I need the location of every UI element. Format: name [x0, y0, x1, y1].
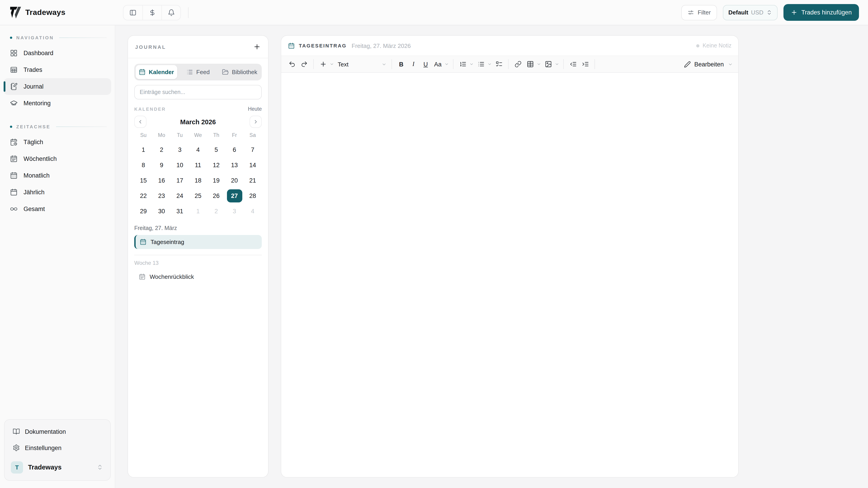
journal-panel: JOURNAL Kalender	[127, 35, 269, 478]
currency-profile-select[interactable]: Default USD	[723, 5, 777, 20]
sidebar-item-label: Journal	[24, 83, 43, 90]
calendar-day[interactable]: 1	[134, 143, 153, 156]
sidebar-item-gesamt[interactable]: Gesamt	[4, 201, 111, 217]
tab-kalender[interactable]: Kalender	[135, 65, 177, 79]
calendar-day[interactable]: 15	[134, 174, 153, 187]
note-status: Keine Notiz	[696, 42, 732, 49]
add-trades-button[interactable]: Trades hinzufügen	[783, 4, 859, 21]
edit-mode-dropdown[interactable]: Bearbeiten	[684, 61, 734, 68]
outdent-button[interactable]	[567, 58, 579, 70]
italic-button[interactable]: I	[407, 58, 420, 70]
undo-button[interactable]	[286, 58, 298, 70]
calendar-day[interactable]: 10	[170, 159, 189, 172]
block-format-dropdown[interactable]: Text	[335, 61, 388, 68]
add-trades-label: Trades hinzufügen	[801, 9, 852, 16]
sidebar-item-label: Jährlich	[24, 189, 44, 196]
calendar-day[interactable]: 6	[225, 143, 244, 156]
insert-block-button[interactable]	[317, 58, 329, 70]
calendar-day[interactable]: 12	[207, 159, 225, 172]
notifications-button[interactable]	[161, 5, 180, 20]
redo-button[interactable]	[298, 58, 310, 70]
sidebar-item-woechentlich[interactable]: Wöchentlich	[4, 151, 111, 167]
calendar-day[interactable]: 2	[207, 205, 225, 218]
sidebar-item-taeglich[interactable]: Täglich	[4, 134, 111, 151]
tab-label: Feed	[196, 69, 210, 75]
calendar-day[interactable]: 4	[243, 205, 262, 218]
calendar-day[interactable]: 4	[189, 143, 207, 156]
link-button[interactable]	[512, 58, 524, 70]
calendar-day[interactable]: 21	[243, 174, 262, 187]
insert-image-button[interactable]	[542, 58, 554, 70]
chevron-down-icon	[381, 62, 386, 67]
status-dot	[696, 44, 700, 47]
text-style-button[interactable]: Aa	[432, 58, 444, 70]
calendar-day[interactable]: 3	[170, 143, 189, 156]
calendar-weekday: Su	[134, 132, 153, 141]
tab-bibliothek[interactable]: Bibliothek	[219, 65, 260, 79]
filter-button[interactable]: Filter	[682, 5, 717, 20]
month-title: March 2026	[180, 118, 216, 125]
settings-link[interactable]: Einstellungen	[8, 440, 107, 456]
currency-button[interactable]	[143, 5, 161, 20]
calendar-day[interactable]: 30	[153, 205, 171, 218]
calendar-day[interactable]: 27	[225, 189, 244, 202]
calendar-day[interactable]: 17	[170, 174, 189, 187]
calendar-day[interactable]: 14	[243, 159, 262, 172]
sidebar-item-trades[interactable]: Trades	[4, 61, 111, 78]
calendar-day[interactable]: 7	[243, 143, 262, 156]
calendar-day[interactable]: 8	[134, 159, 153, 172]
calendar-day[interactable]: 13	[225, 159, 244, 172]
sidebar-item-jaehrlich[interactable]: Jährlich	[4, 184, 111, 201]
calendar-day[interactable]: 26	[207, 189, 225, 202]
entry-search-input[interactable]	[140, 89, 256, 95]
today-button[interactable]: Heute	[248, 106, 262, 111]
entry-wochenrueckblick[interactable]: Wochenrückblick	[134, 270, 262, 284]
previous-month-button[interactable]	[134, 116, 147, 128]
calendar-day[interactable]: 3	[225, 205, 244, 218]
calendar-day[interactable]: 18	[189, 174, 207, 187]
calendar-day[interactable]: 2	[153, 143, 171, 156]
sidebar-item-monatlich[interactable]: Monatlich	[4, 167, 111, 184]
next-month-button[interactable]	[250, 116, 262, 128]
text-style-glyph: Aa	[434, 61, 441, 68]
calendar-day[interactable]: 23	[153, 189, 171, 202]
calendar-day[interactable]: 19	[207, 174, 225, 187]
underline-button[interactable]: U	[420, 58, 432, 70]
calendar-day[interactable]: 22	[134, 189, 153, 202]
calendar-day[interactable]: 25	[189, 189, 207, 202]
bold-button[interactable]: B	[395, 58, 407, 70]
chevron-down-icon	[330, 62, 334, 66]
sidebar-item-dashboard[interactable]: Dashboard	[4, 45, 111, 61]
calendar-day[interactable]: 28	[243, 189, 262, 202]
documentation-link[interactable]: Dokumentation	[8, 423, 107, 440]
sidebar-section-zeitachse: ZEITACHSE	[0, 124, 115, 129]
calendar-weekday: Sa	[243, 132, 262, 141]
sidebar-item-journal[interactable]: Journal	[4, 78, 111, 95]
sidebar-item-label: Trades	[24, 66, 42, 73]
calendar-day[interactable]: 20	[225, 174, 244, 187]
new-entry-button[interactable]	[253, 43, 261, 51]
calendar-day[interactable]: 11	[189, 159, 207, 172]
entry-type-label: TAGESEINTRAG	[299, 43, 347, 48]
calendar-day[interactable]: 9	[153, 159, 171, 172]
editor-content[interactable]	[281, 73, 738, 477]
tab-feed[interactable]: Feed	[177, 65, 219, 79]
workspace-switcher[interactable]: T Tradeways	[8, 458, 107, 477]
toolbar-divider	[392, 59, 392, 69]
journal-tabs: Kalender Feed	[134, 64, 262, 80]
bullet-list-button[interactable]	[475, 58, 487, 70]
ordered-list-button[interactable]	[457, 58, 469, 70]
entry-tageseintrag[interactable]: Tageseintrag	[134, 235, 262, 249]
calendar-day[interactable]: 29	[134, 205, 153, 218]
calendar-day[interactable]: 16	[153, 174, 171, 187]
calendar-day[interactable]: 1	[189, 205, 207, 218]
calendar-day[interactable]: 5	[207, 143, 225, 156]
calendar-day[interactable]: 24	[170, 189, 189, 202]
toggle-sidebar-button[interactable]	[123, 5, 143, 20]
indent-button[interactable]	[579, 58, 591, 70]
sidebar-item-mentoring[interactable]: Mentoring	[4, 95, 111, 111]
insert-table-button[interactable]	[524, 58, 536, 70]
checklist-button[interactable]	[493, 58, 505, 70]
calendar-day[interactable]: 31	[170, 205, 189, 218]
tab-label: Kalender	[149, 69, 174, 75]
